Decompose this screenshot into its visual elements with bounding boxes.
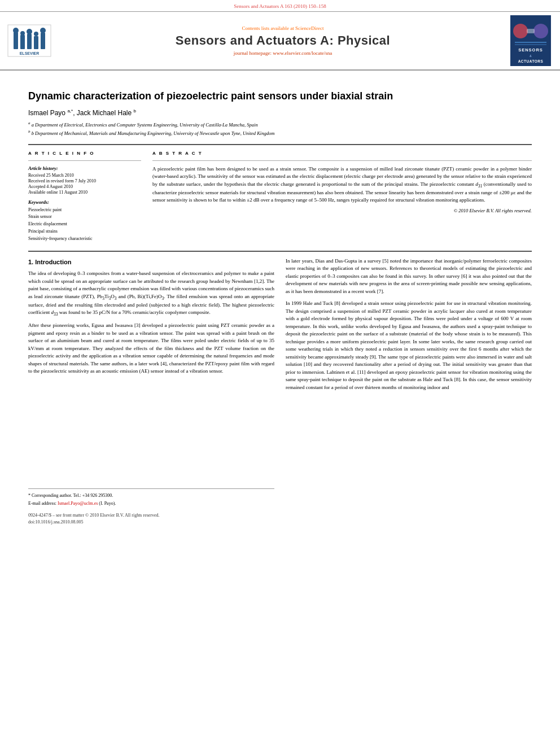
footnote-corresponding: * Corresponding author. Tel.: +34 926 29… xyxy=(28,492,274,499)
svg-point-8 xyxy=(20,31,25,36)
svg-rect-13 xyxy=(510,15,551,66)
keywords-title: Keywords: xyxy=(28,199,141,205)
info-abstract-section: A R T I C L E I N F O Article history: R… xyxy=(28,151,532,243)
issn-line: 0924-4247/$ – see front matter © 2010 El… xyxy=(28,512,274,519)
footnotes-area: * Corresponding author. Tel.: +34 926 29… xyxy=(28,488,274,506)
header-divider xyxy=(28,144,532,145)
received-date: Received 25 March 2010 xyxy=(28,173,141,178)
body-para3: In later years, Dias and Das-Gupta in a … xyxy=(286,257,532,296)
svg-point-7 xyxy=(13,28,19,33)
svg-point-10 xyxy=(34,32,38,36)
svg-rect-4 xyxy=(27,34,32,49)
affiliations: a a Department of Electrical, Electronic… xyxy=(28,120,532,137)
keyword-5: Sensitivity-frequency characteristic xyxy=(28,235,141,243)
body-right-column: In later years, Dias and Das-Gupta in a … xyxy=(286,257,532,526)
svg-rect-5 xyxy=(34,36,38,49)
journal-title: Sensors and Actuators A: Physical xyxy=(176,33,390,48)
body-columns: 1. Introduction The idea of developing 0… xyxy=(28,257,532,526)
sciencedirect-brand[interactable]: ScienceDirect xyxy=(295,25,323,31)
body-para4: In 1999 Hale and Tuck [8] developed a st… xyxy=(286,300,532,391)
svg-text:ACTUATORS: ACTUATORS xyxy=(518,59,544,63)
article-history-title: Article history: xyxy=(28,165,141,171)
svg-rect-2 xyxy=(14,32,18,49)
accepted-date: Accepted 4 August 2010 xyxy=(28,184,141,189)
bottom-identifiers: 0924-4247/$ – see front matter © 2010 El… xyxy=(28,512,274,526)
svg-rect-3 xyxy=(20,35,25,49)
svg-point-15 xyxy=(533,24,548,38)
journal-url[interactable]: www.elsevier.com/locate/sna xyxy=(273,50,332,56)
journal-homepage: journal homepage: www.elsevier.com/locat… xyxy=(234,50,332,56)
body-left-column: 1. Introduction The idea of developing 0… xyxy=(28,257,274,526)
journal-title-area: Contents lists available at ScienceDirec… xyxy=(63,15,502,66)
article-content: Dynamic characterization of piezoelectri… xyxy=(0,71,560,537)
abstract-header: A B S T R A C T xyxy=(152,151,532,156)
sciencedirect-line: Contents lists available at ScienceDirec… xyxy=(242,25,324,31)
svg-text:SENSORS: SENSORS xyxy=(518,47,543,53)
body-para1: The idea of developing 0–3 composites fr… xyxy=(28,270,274,317)
article-title: Dynamic characterization of piezoelectri… xyxy=(28,90,532,103)
article-info-column: A R T I C L E I N F O Article history: R… xyxy=(28,151,141,243)
keyword-2: Strain sensor xyxy=(28,213,141,221)
keywords-list: Piezoelectric paint Strain sensor Electr… xyxy=(28,207,141,243)
journal-reference-bar: Sensors and Actuators A 163 (2010) 150–1… xyxy=(0,0,560,11)
svg-rect-16 xyxy=(527,29,535,33)
copyright-text: © 2010 Elsevier B.V. All rights reserved… xyxy=(152,208,532,213)
sensors-actuators-logo: SENSORS & ACTUATORS xyxy=(510,15,551,66)
authors-line: Ismael Payo a,*, Jack Michael Hale b xyxy=(28,108,532,117)
elsevier-logo: ELSEVIER xyxy=(7,24,52,58)
available-date: Available online 11 August 2010 xyxy=(28,190,141,195)
journal-header: ELSEVIER Contents lists available at Sci… xyxy=(0,11,560,71)
svg-point-11 xyxy=(40,28,46,33)
keyword-1: Piezoelectric paint xyxy=(28,207,141,214)
keywords-section: Keywords: Piezoelectric paint Strain sen… xyxy=(28,199,141,243)
elsevier-logo-area: ELSEVIER xyxy=(7,15,58,66)
svg-text:ELSEVIER: ELSEVIER xyxy=(20,51,40,55)
abstract-text: A piezoelectric paint film has been desi… xyxy=(152,165,532,204)
keyword-3: Electric displacement xyxy=(28,221,141,228)
body-divider xyxy=(28,251,532,252)
svg-point-14 xyxy=(513,24,528,38)
keyword-4: Principal strains xyxy=(28,228,141,235)
footnote-email: E-mail address: Ismael.Payo@uclm.es (I. … xyxy=(28,500,274,506)
journal-reference-text: Sensors and Actuators A 163 (2010) 150–1… xyxy=(234,3,326,9)
footnote-email-link[interactable]: Ismael.Payo@uclm.es xyxy=(58,501,98,506)
abstract-column: A B S T R A C T A piezoelectric paint fi… xyxy=(152,151,532,243)
section1-title: 1. Introduction xyxy=(28,257,274,267)
sensors-logo-area: SENSORS & ACTUATORS xyxy=(508,15,553,66)
svg-point-9 xyxy=(27,29,32,34)
revised-date: Received in revised form 7 July 2010 xyxy=(28,178,141,184)
doi-line: doi:10.1016/j.sna.2010.08.005 xyxy=(28,519,274,526)
article-info-header: A R T I C L E I N F O xyxy=(28,151,141,156)
body-para2: After these pioneering works, Egusa and … xyxy=(28,322,274,375)
svg-rect-6 xyxy=(41,33,45,49)
